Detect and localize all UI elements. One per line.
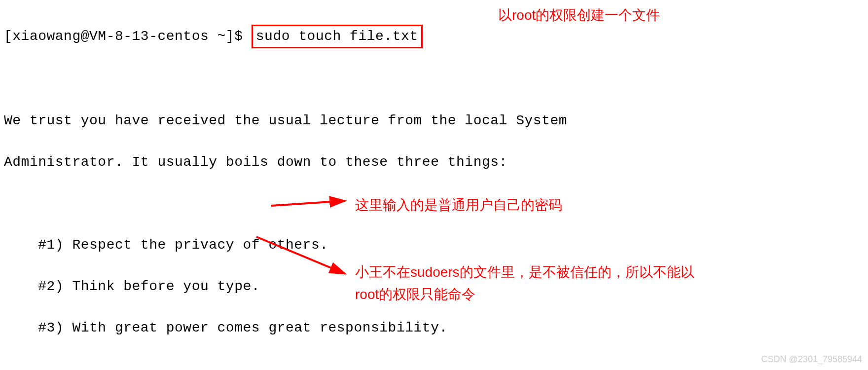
prompt-text: [xiaowang@VM-8-13-centos ~]$	[4, 29, 252, 44]
lecture-line-2: Administrator. It usually boils down to …	[4, 152, 864, 173]
lecture-line-1: We trust you have received the usual lec…	[4, 111, 864, 131]
rule-1: #1) Respect the privacy of others.	[4, 235, 864, 256]
rule-3: #3) With great power comes great respons…	[4, 318, 864, 338]
annotation-3: 小王不在sudoers的文件里，是不被信任的，所以不能以root的权限只能命令	[355, 261, 710, 306]
annotation-1: 以root的权限创建一个文件	[498, 5, 660, 26]
watermark: CSDN @2301_79585944	[761, 353, 862, 366]
terminal-output: [xiaowang@VM-8-13-centos ~]$ sudo touch …	[4, 4, 864, 370]
annotation-2: 这里输入的是普通用户自己的密码	[355, 195, 562, 216]
highlighted-command: sudo touch file.txt	[252, 25, 423, 48]
